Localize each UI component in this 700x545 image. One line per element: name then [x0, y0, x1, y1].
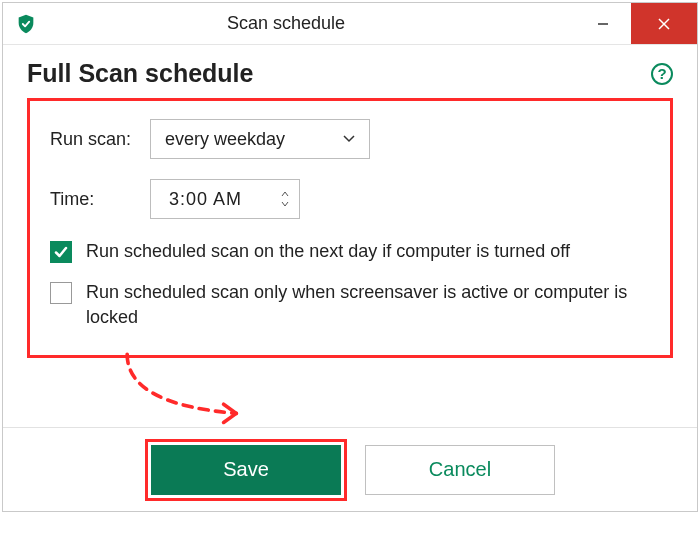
run-scan-row: Run scan: every weekday — [50, 119, 650, 159]
checkbox-row-2: Run scheduled scan only when screensaver… — [50, 280, 650, 330]
time-field[interactable]: 3:00 AM — [150, 179, 300, 219]
checkbox-screensaver[interactable] — [50, 282, 72, 304]
chevron-down-icon — [343, 132, 355, 146]
checkbox-screensaver-label: Run scheduled scan only when screensaver… — [86, 280, 650, 330]
run-scan-dropdown[interactable]: every weekday — [150, 119, 370, 159]
dialog-window: Scan schedule Full Scan schedule ? Run s… — [2, 2, 698, 512]
spinner-down-icon[interactable] — [281, 200, 289, 208]
time-label: Time: — [50, 189, 150, 210]
titlebar: Scan schedule — [3, 3, 697, 45]
content-area: Full Scan schedule ? Run scan: every wee… — [3, 45, 697, 427]
checkbox-next-day-label: Run scheduled scan on the next day if co… — [86, 239, 570, 264]
checkbox-row-1: Run scheduled scan on the next day if co… — [50, 239, 650, 264]
save-button[interactable]: Save — [151, 445, 341, 495]
app-shield-icon — [15, 13, 37, 35]
window-title: Scan schedule — [37, 13, 535, 34]
window-controls — [575, 3, 697, 44]
time-value: 3:00 AM — [169, 189, 281, 210]
close-button[interactable] — [631, 3, 697, 44]
section-header: Full Scan schedule ? — [27, 59, 673, 88]
footer: Save Cancel — [3, 427, 697, 511]
form-highlight-box: Run scan: every weekday Time: 3:00 AM — [27, 98, 673, 358]
time-row: Time: 3:00 AM — [50, 179, 650, 219]
help-icon[interactable]: ? — [651, 63, 673, 85]
spinner-up-icon[interactable] — [281, 190, 289, 198]
minimize-button[interactable] — [575, 3, 631, 44]
run-scan-label: Run scan: — [50, 129, 150, 150]
run-scan-value: every weekday — [165, 129, 285, 150]
cancel-button[interactable]: Cancel — [365, 445, 555, 495]
checkbox-next-day[interactable] — [50, 241, 72, 263]
time-spinner[interactable] — [281, 190, 289, 208]
section-title: Full Scan schedule — [27, 59, 253, 88]
save-highlight-box: Save — [145, 439, 347, 501]
